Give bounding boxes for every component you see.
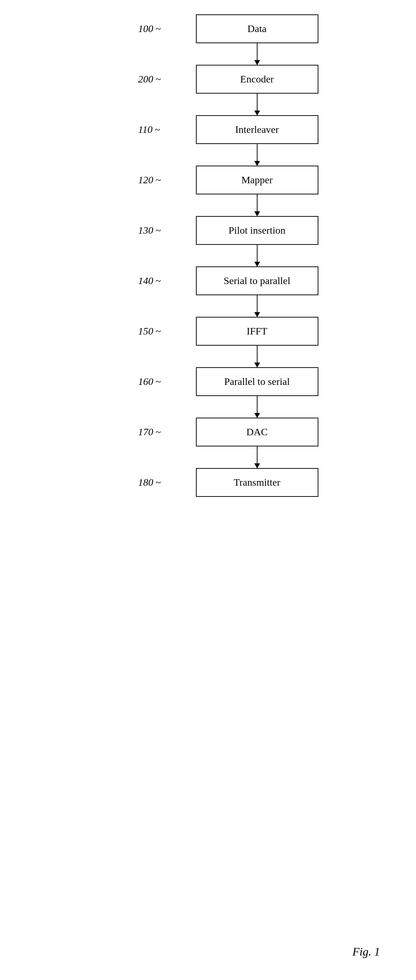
arrow-encoder-to-interleaver xyxy=(257,94,258,115)
ref-number-serial-to-parallel: 140 xyxy=(138,275,153,286)
block-row-parallel-to-serial: 160~Parallel to serial xyxy=(196,367,319,396)
arrow-parallel-to-serial-to-dac xyxy=(257,396,258,418)
ref-number-interleaver: 110 xyxy=(138,124,153,135)
block-row-transmitter: 180~Transmitter xyxy=(196,468,319,497)
block-row-data: 100~Data xyxy=(196,14,319,43)
block-row-serial-to-parallel: 140~Serial to parallel xyxy=(196,266,319,295)
arrow-ifft-to-parallel-to-serial xyxy=(257,346,258,367)
ref-label-pilot-insertion: 130~ xyxy=(138,225,161,236)
block-row-encoder: 200~Encoder xyxy=(196,65,319,94)
block-box-interleaver: Interleaver xyxy=(196,115,319,144)
tilde-ifft: ~ xyxy=(156,326,161,337)
block-box-pilot-insertion: Pilot insertion xyxy=(196,216,319,245)
ref-number-mapper: 120 xyxy=(138,174,153,186)
ref-number-dac: 170 xyxy=(138,426,153,438)
block-box-parallel-to-serial: Parallel to serial xyxy=(196,367,319,396)
block-row-pilot-insertion: 130~Pilot insertion xyxy=(196,216,319,245)
arrow-pilot-insertion-to-serial-to-parallel xyxy=(257,245,258,266)
arrow-mapper-to-pilot-insertion xyxy=(257,194,258,216)
block-row-ifft: 150~IFFT xyxy=(196,317,319,346)
tilde-transmitter: ~ xyxy=(156,477,161,488)
arrow-data-to-encoder xyxy=(257,43,258,65)
block-box-data: Data xyxy=(196,14,319,43)
ref-label-data: 100~ xyxy=(138,23,161,35)
block-row-dac: 170~DAC xyxy=(196,418,319,446)
arrow-serial-to-parallel-to-ifft xyxy=(257,295,258,317)
tilde-encoder: ~ xyxy=(156,73,161,85)
ref-number-transmitter: 180 xyxy=(138,477,153,488)
tilde-pilot-insertion: ~ xyxy=(156,225,161,236)
flow-wrapper: 100~Data200~Encoder110~Interleaver120~Ma… xyxy=(196,0,319,497)
ref-number-encoder: 200 xyxy=(138,73,153,85)
arrow-dac-to-transmitter xyxy=(257,446,258,468)
block-box-mapper: Mapper xyxy=(196,165,319,194)
block-box-encoder: Encoder xyxy=(196,65,319,94)
block-box-dac: DAC xyxy=(196,418,319,446)
tilde-mapper: ~ xyxy=(156,174,161,186)
tilde-serial-to-parallel: ~ xyxy=(156,275,161,286)
ref-label-transmitter: 180~ xyxy=(138,477,161,488)
tilde-interleaver: ~ xyxy=(155,124,160,135)
tilde-dac: ~ xyxy=(156,426,161,438)
arrow-interleaver-to-mapper xyxy=(257,144,258,165)
block-row-mapper: 120~Mapper xyxy=(196,165,319,194)
block-box-transmitter: Transmitter xyxy=(196,468,319,497)
ref-label-serial-to-parallel: 140~ xyxy=(138,275,161,286)
ref-label-interleaver: 110~ xyxy=(138,124,160,135)
ref-number-ifft: 150 xyxy=(138,326,153,337)
block-box-serial-to-parallel: Serial to parallel xyxy=(196,266,319,295)
ref-number-pilot-insertion: 130 xyxy=(138,225,153,236)
ref-label-mapper: 120~ xyxy=(138,174,161,186)
ref-number-parallel-to-serial: 160 xyxy=(138,376,153,387)
tilde-parallel-to-serial: ~ xyxy=(156,376,161,387)
ref-label-encoder: 200~ xyxy=(138,73,161,85)
ref-label-dac: 170~ xyxy=(138,426,161,438)
figure-label: Fig. 1 xyxy=(352,945,380,958)
block-box-ifft: IFFT xyxy=(196,317,319,346)
tilde-data: ~ xyxy=(156,23,161,35)
ref-label-ifft: 150~ xyxy=(138,326,161,337)
diagram-container: 100~Data200~Encoder110~Interleaver120~Ma… xyxy=(0,0,416,980)
ref-label-parallel-to-serial: 160~ xyxy=(138,376,161,387)
block-row-interleaver: 110~Interleaver xyxy=(196,115,319,144)
ref-number-data: 100 xyxy=(138,23,153,35)
